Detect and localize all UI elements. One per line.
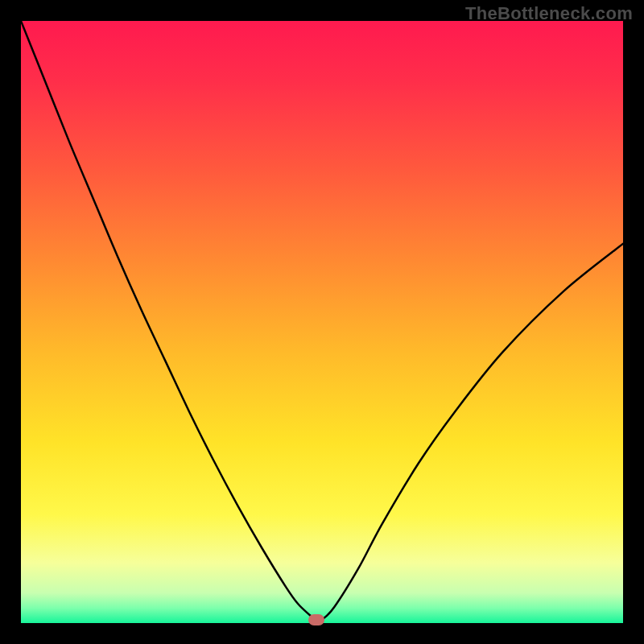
optimal-point-marker — [308, 614, 324, 625]
chart-stage: TheBottleneck.com — [0, 0, 644, 644]
bottleneck-curve — [21, 21, 623, 623]
plot-area — [21, 21, 623, 623]
